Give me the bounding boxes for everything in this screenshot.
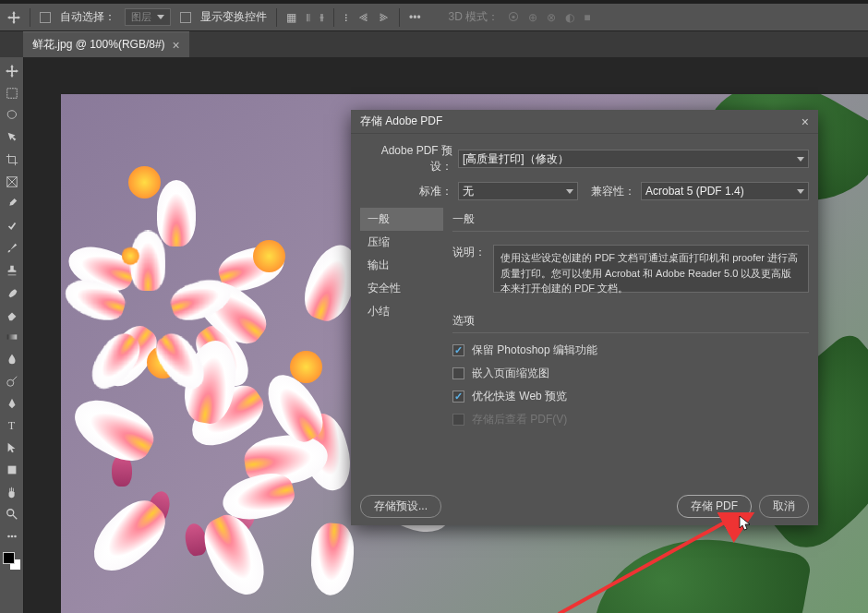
dodge-tool[interactable] [2,371,22,391]
mode3d-label: 3D 模式： [449,9,500,25]
chevron-down-icon [566,189,573,194]
tools-panel: T [0,57,24,613]
checkbox-icon[interactable] [452,367,464,379]
options-label: 选项 [452,309,809,333]
dialog-title: 存储 Adobe PDF [360,114,442,129]
option-preserve-editing[interactable]: 保留 Photoshop 编辑功能 [452,339,809,362]
sidebar-item-summary[interactable]: 小结 [360,300,443,323]
save-pdf-dialog: 存储 Adobe PDF × Adobe PDF 预设： [高质量打印]（修改）… [351,110,818,525]
move-tool[interactable] [2,61,22,81]
show-transform-label: 显示变换控件 [200,9,267,25]
3d-icon[interactable]: ◐ [565,11,574,24]
brush-tool[interactable] [2,238,22,258]
edit-toolbar[interactable] [2,526,22,547]
cursor-icon [739,515,752,532]
separator [333,8,334,27]
chevron-down-icon [797,189,804,194]
distribute-icon[interactable]: ⫷ [358,11,369,24]
pen-tool[interactable] [2,393,22,414]
text-tool[interactable]: T [2,415,22,436]
checkbox-icon [452,414,464,426]
shape-tool[interactable] [2,460,22,480]
3d-icon[interactable]: ⊗ [547,11,556,24]
healing-tool[interactable] [2,216,22,236]
description-textbox[interactable]: 使用这些设定创建的 PDF 文档可通过桌面打印机和 proofer 进行高质量打… [493,245,809,293]
distribute-icon[interactable]: ⫶ [344,11,349,24]
align-icon[interactable]: ▦ [286,11,296,24]
compat-value: Acrobat 5 (PDF 1.4) [645,185,744,198]
frame-tool[interactable] [2,172,22,192]
svg-line-6 [12,377,16,380]
eyedropper-tool[interactable] [2,194,22,214]
lasso-tool[interactable] [2,105,22,126]
svg-rect-0 [6,89,17,99]
stamp-tool[interactable] [2,260,22,281]
svg-point-5 [6,379,13,386]
close-icon[interactable]: × [173,38,180,53]
history-brush-tool[interactable] [2,282,22,303]
option-optimize-web[interactable]: 优化快速 Web 预览 [452,385,809,408]
blur-tool[interactable] [2,349,22,369]
svg-rect-4 [6,334,17,339]
checkbox-icon[interactable] [452,344,464,356]
align-icon[interactable]: ⫵ [319,11,324,24]
autoselect-dropdown[interactable]: 图层 [125,8,171,26]
standard-select[interactable]: 无 [458,182,578,200]
autoselect-checkbox[interactable] [40,12,51,23]
3d-icon[interactable]: ⦿ [508,11,519,24]
path-select-tool[interactable] [2,438,22,458]
standard-value: 无 [463,184,474,199]
autoselect-label: 自动选择： [60,9,115,25]
svg-point-9 [6,510,13,516]
marquee-tool[interactable] [2,83,22,103]
gradient-tool[interactable] [2,327,22,347]
align-icon[interactable]: ⫴ [306,11,310,24]
svg-point-11 [7,535,10,538]
3d-icon[interactable]: ■ [584,11,590,24]
option-label: 优化快速 Web 预览 [472,389,567,404]
autoselect-value: 图层 [131,10,151,24]
move-tool-indicator [7,11,20,24]
document-tab-title: 鲜花.jpg @ 100%(RGB/8#) [32,37,165,53]
dialog-body: Adobe PDF 预设： [高质量打印]（修改） 标准： 无 兼容性： Acr… [351,134,818,525]
option-embed-thumbnails[interactable]: 嵌入页面缩览图 [452,362,809,385]
compat-label: 兼容性： [591,184,635,199]
sidebar-item-security[interactable]: 安全性 [360,277,443,300]
sidebar-item-compression[interactable]: 压缩 [360,231,443,254]
3d-icon[interactable]: ⊕ [528,11,537,24]
eraser-tool[interactable] [2,305,22,325]
more-icon[interactable]: ••• [409,11,421,24]
foreground-color[interactable] [3,552,15,564]
separator [30,8,30,27]
option-label: 嵌入页面缩览图 [472,366,549,381]
separator [399,8,400,27]
show-transform-checkbox[interactable] [180,12,191,23]
close-icon[interactable]: × [802,114,809,129]
document-tab[interactable]: 鲜花.jpg @ 100%(RGB/8#) × [23,31,189,57]
svg-rect-8 [7,466,16,475]
preset-select[interactable]: [高质量打印]（修改） [458,150,809,168]
sidebar-item-output[interactable]: 输出 [360,254,443,277]
section-title-general: 一般 [452,208,809,232]
options-bar: 自动选择： 图层 显示变换控件 ▦ ⫴ ⫵ ⫶ ⫷ ⫸ ••• 3D 模式： ⦿… [0,4,868,31]
checkbox-icon[interactable] [452,391,464,403]
distribute-icon[interactable]: ⫸ [379,11,390,24]
standard-label: 标准： [360,184,452,199]
dialog-footer: 存储预设... 存储 PDF 取消 [360,487,809,518]
svg-text:T: T [7,419,15,432]
svg-point-12 [10,535,13,538]
zoom-tool[interactable] [2,504,22,524]
color-swatch[interactable] [3,552,21,571]
compat-select[interactable]: Acrobat 5 (PDF 1.4) [641,182,809,200]
option-label: 存储后查看 PDF(V) [472,412,567,427]
svg-point-13 [14,535,17,538]
cancel-button[interactable]: 取消 [759,495,809,518]
sidebar-item-general[interactable]: 一般 [360,208,443,231]
chevron-down-icon [157,15,164,19]
save-preset-button[interactable]: 存储预设... [360,495,441,518]
dialog-titlebar[interactable]: 存储 Adobe PDF × [351,110,818,134]
dialog-sidebar: 一般 压缩 输出 安全性 小结 [360,208,443,487]
hand-tool[interactable] [2,482,22,502]
quick-select-tool[interactable] [2,127,22,148]
crop-tool[interactable] [2,150,22,170]
